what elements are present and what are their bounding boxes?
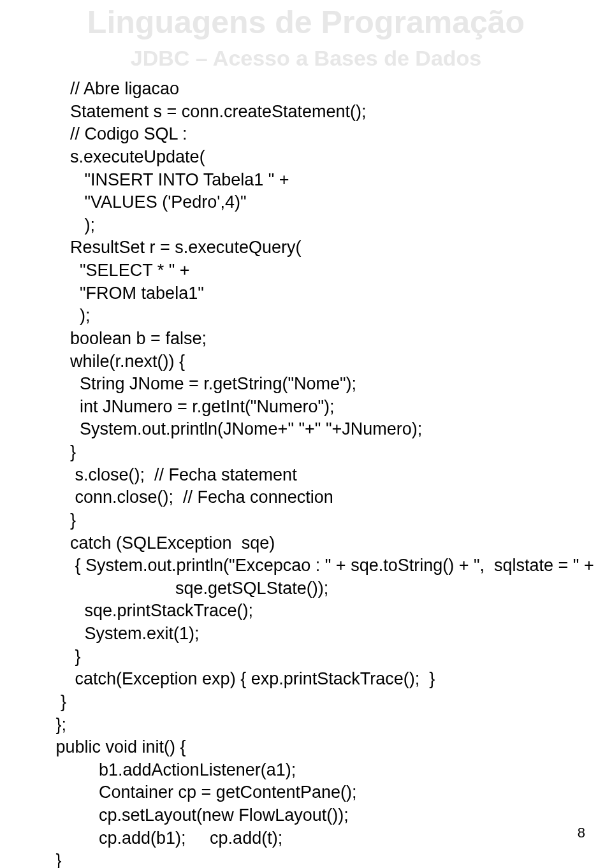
watermark-title-1: Linguagens de Programação: [0, 4, 612, 41]
code-block: // Abre ligacao Statement s = conn.creat…: [51, 78, 594, 868]
page-number: 8: [578, 825, 585, 841]
watermark-title-2: JDBC – Acesso a Bases de Dados: [0, 46, 612, 71]
header-watermark: Linguagens de Programação JDBC – Acesso …: [0, 0, 612, 71]
